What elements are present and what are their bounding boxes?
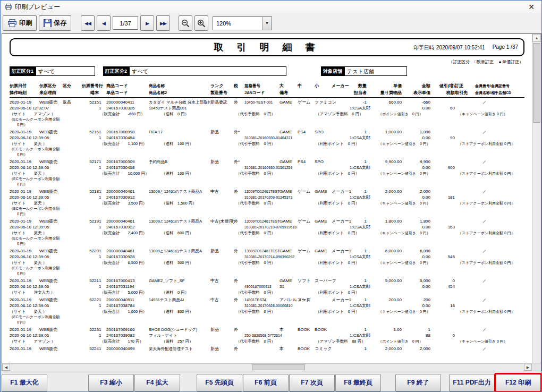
first-page-button[interactable]: ◀◀ (81, 15, 95, 31)
table-cell: （アマゾン手数料 0 円） (316, 111, 378, 117)
table-cell: （代引手数料 0 円） (236, 230, 316, 236)
table-cell (234, 224, 244, 230)
table-cell (63, 248, 79, 254)
table-cell: 240167030326 (106, 105, 149, 111)
table-cell: 1 (99, 194, 106, 200)
table-cell: 310381-20160930-01501259 (244, 165, 280, 171)
horizontal-scrollbar[interactable]: ◀ ▶ (2, 363, 532, 371)
item-line: 2020-01-19WEB販売5222120000004051114931テスト… (10, 297, 524, 303)
table-cell: 会員名称/相手店舗CD (475, 89, 524, 96)
table-cell (332, 194, 350, 200)
table-cell: 2,000.00 (367, 346, 402, 352)
vertical-scroll-thumb[interactable] (533, 43, 540, 123)
table-cell: 表示単価 (402, 89, 430, 96)
page-indicator[interactable]: 1/37 (113, 16, 138, 30)
table-cell: ／ (475, 189, 524, 194)
zoom-in-button[interactable] (194, 15, 208, 31)
fn-f7-button[interactable]: F7 次頁 (289, 374, 335, 391)
table-cell: 楽天海外配送管理テスト (149, 346, 210, 352)
scroll-up-icon[interactable]: ▲ (532, 34, 541, 42)
table-cell (475, 284, 524, 289)
fn-f9-button[interactable]: F9 終了 (395, 374, 441, 391)
table-cell: 外 (234, 99, 244, 105)
table-cell: （サイト 楽天 ） (10, 141, 100, 147)
table-cell (455, 224, 475, 230)
fn-f4-button[interactable]: F4 拡大 (134, 374, 180, 391)
table-cell: 2020-06-10 12:39:06 (10, 284, 39, 289)
fn-f5-button[interactable]: F5 先頭頁 (197, 374, 242, 391)
table-cell: 中古 (210, 278, 234, 284)
save-button[interactable]: 保存 (39, 15, 71, 31)
ec-coupon-line: 0 円） (10, 152, 524, 157)
fn-f8-button[interactable]: F8 最終頁 (335, 374, 381, 391)
table-cell: 4900167000413 (244, 284, 280, 289)
table-cell: （送料 0 円） (162, 289, 236, 295)
scroll-right-icon[interactable]: ▶ (524, 364, 532, 371)
last-page-button[interactable]: ▶▶ (156, 15, 170, 31)
table-cell: （キャンペーン値引き 0 円） (378, 230, 458, 236)
scrollbar-corner (532, 363, 541, 371)
fn-f12-button[interactable]: F12 印刷 (495, 374, 541, 391)
table-cell: （キャンペーン値引き 0 円） (378, 171, 458, 176)
table-cell: 2,000 (402, 346, 430, 352)
fn-f3-button[interactable]: F3 縮小 (88, 374, 134, 391)
transaction-row: 2020-01-19WEB販売5222120000004051114931テスト… (10, 297, 524, 325)
table-cell (430, 327, 455, 333)
header-line-2: 操作時刻来店理由端末単品コード商品名称2製造番号JANコード備考担当者量り買物品… (10, 89, 524, 96)
detail-line: 2020-06-10 12:39:061240167030458310381-2… (10, 165, 524, 171)
table-cell: （利用ポイント 0 円） (316, 289, 378, 295)
table-cell (79, 333, 99, 338)
table-cell (234, 284, 244, 289)
table-cell: コミック (315, 346, 332, 352)
horizontal-scroll-thumb[interactable] (252, 364, 305, 370)
close-icon[interactable]: ✕ (526, 3, 537, 11)
floppy-disk-icon (44, 19, 52, 27)
vertical-scrollbar[interactable]: ▲ ▼ (532, 34, 541, 371)
fn-f1-button[interactable]: F1 最大化 (2, 374, 47, 391)
table-cell: 200000040461 (106, 189, 149, 194)
table-cell: 1 (99, 135, 106, 141)
table-cell: 13009TO12461TEST (244, 218, 280, 224)
zoom-out-button[interactable] (179, 15, 192, 31)
table-cell: 2020-01-19 (10, 129, 39, 135)
table-cell: （利用ポイント 0 円） (316, 200, 378, 206)
scroll-left-icon[interactable]: ◀ (2, 364, 10, 371)
table-cell: （送料 800 円） (162, 309, 236, 314)
table-cell (315, 333, 332, 338)
table-cell (298, 89, 315, 96)
zoom-dropdown-button[interactable]: ▼ (262, 17, 272, 30)
fn-f6-button[interactable]: F6 前頁 (243, 374, 289, 391)
table-cell: 0.00 (402, 105, 430, 111)
table-cell (475, 135, 524, 141)
table-cell: 5224 (79, 346, 99, 352)
table-cell (210, 303, 234, 309)
table-cell (39, 135, 63, 141)
table-cell: 外 (234, 297, 244, 303)
table-cell: GAME (280, 218, 298, 224)
table-cell: 181 (430, 194, 455, 200)
table-cell: 240167030912 (106, 194, 149, 200)
table-cell: 製造番号 (210, 89, 234, 96)
print-button[interactable]: 印刷 (3, 15, 37, 31)
table-cell: ／ (475, 129, 524, 135)
filter-correction2-value: すべて (129, 66, 286, 76)
table-cell: 1 (350, 346, 367, 352)
table-cell: カタダイ マルチ分岐 分水上部取付 7B9-013 (149, 99, 210, 105)
previous-page-button[interactable]: ◀ (97, 15, 111, 31)
next-page-button[interactable]: ▶ (140, 15, 154, 31)
table-cell: 0.00 (402, 135, 430, 141)
table-cell: 240167038784 (106, 303, 149, 309)
table-cell (39, 224, 63, 230)
table-cell: WEB販売 (39, 346, 63, 352)
table-cell (332, 129, 350, 135)
window-title: 印刷プレビュー (15, 3, 60, 12)
zoom-level-select[interactable]: 120% ▼ (213, 16, 272, 30)
table-cell (475, 333, 524, 338)
fn-f11-button[interactable]: F11 PDF出力 (449, 374, 495, 391)
table-cell (332, 159, 350, 165)
table-cell: 商品名称 (149, 82, 210, 89)
table-cell: メーカー1 (332, 189, 350, 194)
table-cell (332, 278, 350, 284)
table-cell: （サイト 楽天 ） (10, 309, 100, 314)
table-cell: 訂正 (455, 82, 475, 89)
